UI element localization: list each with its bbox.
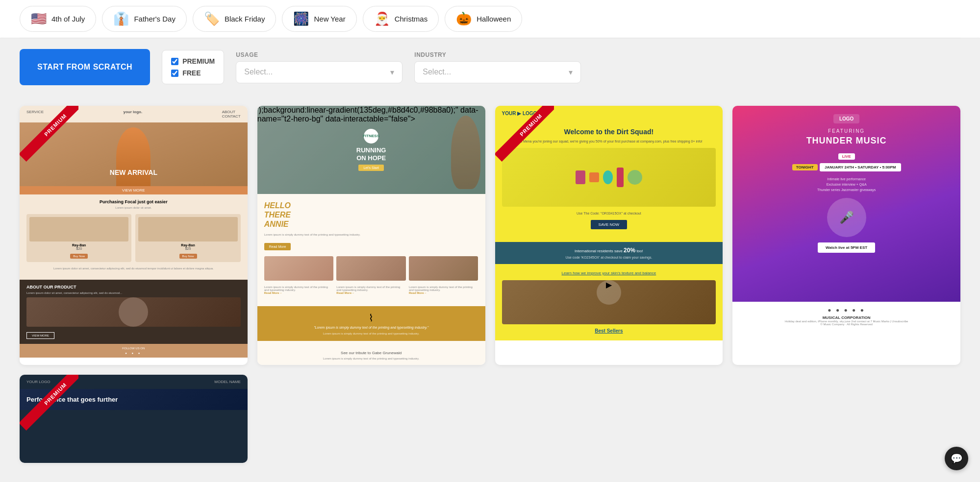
t1-person-shape: [116, 127, 151, 186]
t1-product-name-2: Ray-Ban: [138, 243, 237, 247]
t3-makeup-4: [617, 168, 624, 187]
t2-img-1: [264, 256, 334, 281]
industry-select[interactable]: Select... ▾: [414, 61, 581, 83]
t2-tribute-section: See our tribute to Gabe Grunewald Lorem …: [257, 341, 485, 365]
template-card-1[interactable]: SERVICE your logo. ABOUTCONTACT NEW ARRI…: [20, 106, 248, 365]
t3-save-btn[interactable]: SAVE NOW: [591, 220, 628, 229]
t3-hero: Welcome to the Dirt Squad! As a Mena you…: [495, 121, 723, 242]
t3-bottom: Learn how we improve your skin's texture…: [495, 264, 723, 340]
industry-label: INDUSTRY: [414, 51, 581, 58]
t3-stripe-label: International residents save: [575, 249, 623, 253]
t3-link[interactable]: Learn how we improve your skin's texture…: [502, 271, 716, 275]
template-card-2[interactable]: ');background:linear-gradient(135deg,#b8…: [257, 106, 485, 365]
nav-icon-4th-july: 🇺🇸: [31, 11, 47, 26]
t2-hero-btn[interactable]: Let's Start: [358, 165, 383, 171]
free-checkbox[interactable]: [171, 70, 178, 77]
t2-hero-overlay: FITNESS RUNNINGON HOPE Let's Start: [257, 106, 485, 194]
t3-subtitle: As a Mena you're joning our squad, we're…: [502, 140, 716, 143]
t5-title: Performance that goes further: [26, 396, 241, 403]
t2-img-2: [336, 256, 406, 281]
t4-company: MUSICAL CORPORATION: [737, 315, 955, 320]
t1-logo: your logo.: [123, 110, 142, 119]
t1-product-name-1: Ray-Ban: [29, 243, 128, 247]
t2-images: [264, 256, 478, 281]
nav-pill-christmas[interactable]: 🎅Christmas: [363, 6, 439, 32]
template-card-4[interactable]: LOGO FEATURING THUNDER MUSIC LIVE TONIGH…: [732, 106, 960, 365]
chat-widget[interactable]: 💬: [945, 447, 968, 470]
t3-makeup-1: [576, 170, 585, 184]
free-checkbox-label[interactable]: FREE: [171, 69, 215, 77]
t2-col-3-read[interactable]: Read More→: [409, 291, 478, 294]
t2-img-3: [409, 256, 478, 281]
t1-about-btn[interactable]: VIEW MORE: [26, 332, 54, 339]
t1-about-title: ABOUT OUR PRODUCT: [26, 285, 241, 289]
t3-code: Use The Code: "OR33415OX" at checkout: [502, 212, 716, 215]
usage-filter-group: USAGE Select... ▾: [236, 51, 402, 83]
t4-social-icons: ● ● ● ● ●: [737, 307, 955, 313]
nav-icon-fathers-day: 👔: [113, 11, 129, 26]
nav-pill-black-friday[interactable]: 🏷️Black Friday: [193, 6, 276, 32]
t4-artist-circle: 🎤: [827, 198, 866, 237]
nav-pill-4th-july[interactable]: 🇺🇸4th of July: [20, 6, 96, 32]
t2-col-2-read[interactable]: Read More→: [336, 291, 406, 294]
t2-col-1: Lorem ipsum is simply dummy text of the …: [264, 286, 334, 294]
nav-pill-fathers-day[interactable]: 👔Father's Day: [102, 6, 187, 32]
t1-about-person: [119, 297, 148, 327]
t4-detail-1: Intimate live performance: [740, 176, 953, 182]
t1-service: SERVICE: [26, 110, 44, 119]
t2-col-1-read[interactable]: Read More→: [264, 291, 334, 294]
filters-bar: START FROM SCRATCH PREMIUM FREE USAGE Se…: [0, 38, 980, 96]
t1-about: ABOUTCONTACT: [222, 110, 241, 119]
t4-date-bar: JANUARY 24TH • SATURDAY • 5:00PM: [820, 163, 901, 171]
t2-hero: ');background:linear-gradient(135deg,#b8…: [257, 106, 485, 194]
premium-checkbox-label[interactable]: PREMIUM: [171, 57, 215, 65]
filter-checkboxes: PREMIUM FREE: [162, 50, 224, 84]
t1-buy-btn-2[interactable]: Buy Now: [179, 254, 197, 259]
t2-footer: ⌇ "Lorem ipsum is simply dummy text of t…: [257, 306, 485, 341]
t1-product-img-2: [138, 217, 237, 241]
t2-footer-icon: ⌇: [263, 312, 479, 324]
t4-details: Intimate live performance Exclusive inte…: [740, 176, 953, 193]
t2-logo-text: FITNESS: [363, 134, 379, 138]
t1-buy-btn-1[interactable]: Buy Now: [70, 254, 88, 259]
nav-label-new-year: New Year: [314, 15, 345, 23]
start-scratch-button[interactable]: START FROM SCRATCH: [20, 49, 150, 85]
chat-icon: 💬: [951, 453, 963, 464]
template-card-3[interactable]: YOUR ▶ LOGO Welcome to the Dirt Squad! A…: [495, 106, 723, 365]
t2-col-1-text: Lorem ipsum is simply dummy text of the …: [264, 286, 334, 291]
nav-pill-new-year[interactable]: 🎆New Year: [282, 6, 356, 32]
t1-footer: FOLLOW US ON ● ● ●: [20, 344, 248, 358]
t5-header: YOUR LOGO MODEL NAME: [20, 375, 248, 389]
nav-icon-new-year: 🎆: [293, 11, 309, 26]
premium-label: PREMIUM: [182, 57, 215, 65]
top-navigation: 🇺🇸4th of July👔Father's Day🏷️Black Friday…: [0, 0, 980, 38]
t1-about: ABOUT OUR PRODUCT Lorem ipsum dolor sit …: [20, 280, 248, 344]
t1-product-2: Ray-Ban $25 Buy Now: [135, 214, 240, 262]
t3-best-sellers: Best Sellers: [502, 328, 716, 334]
t2-read-more-btn[interactable]: Read More: [264, 243, 291, 250]
t2-col-3-text: Lorem ipsum is simply dummy text of the …: [409, 286, 478, 291]
t3-play-circle: ▶: [597, 280, 621, 305]
nav-pill-halloween[interactable]: 🎃Halloween: [445, 6, 522, 32]
usage-label: USAGE: [236, 51, 402, 58]
t4-watch-btn[interactable]: Watch live at 5PM EST: [818, 242, 875, 253]
t2-hero-logo: FITNESS: [364, 129, 378, 144]
t3-stripe: International residents save 20% too! Us…: [495, 242, 723, 264]
free-label: FREE: [182, 69, 201, 77]
usage-select[interactable]: Select... ▾: [236, 61, 402, 83]
t1-product-price-2: $25: [138, 247, 237, 250]
nav-label-fathers-day: Father's Day: [134, 15, 176, 23]
template-card-5[interactable]: YOUR LOGO MODEL NAME Performance that go…: [20, 375, 248, 463]
t2-footer-text: Lorem ipsum is simply dummy text of the …: [263, 332, 479, 335]
t2-col-3: Lorem ipsum is simply dummy text of the …: [409, 286, 478, 294]
t3-stripe-sub: Use code 'KO2345OX' at checkout to claim…: [502, 256, 716, 259]
t3-stripe-pct: 20%: [624, 247, 635, 254]
industry-filter-group: INDUSTRY Select... ▾: [414, 51, 581, 83]
nav-label-4th-july: 4th of July: [51, 15, 85, 23]
t3-logo: YOUR ▶ LOGO: [502, 111, 537, 116]
t2-lorem: Lorem ipsum is simply dummy text of the …: [264, 233, 478, 236]
premium-checkbox[interactable]: [171, 58, 178, 65]
t1-hero-btn[interactable]: VIEW MORE: [20, 186, 248, 194]
second-row: YOUR LOGO MODEL NAME Performance that go…: [20, 375, 960, 463]
t1-social-icons: ● ● ●: [23, 352, 245, 355]
